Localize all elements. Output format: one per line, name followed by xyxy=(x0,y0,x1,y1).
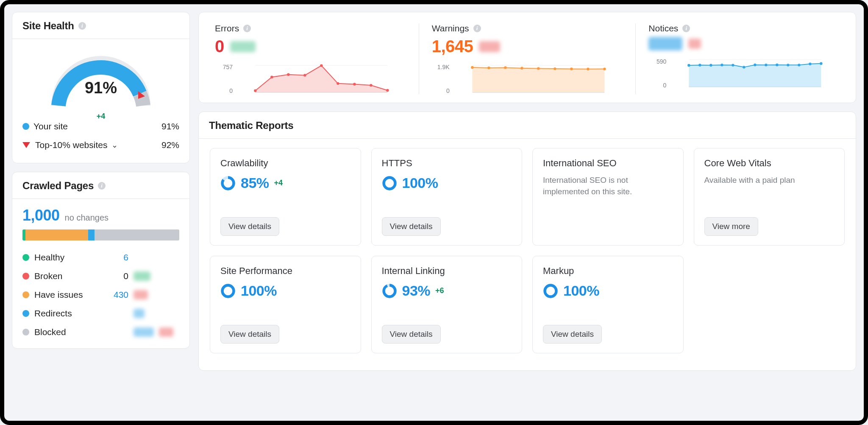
view-details-button[interactable]: View details xyxy=(382,325,441,344)
svg-point-16 xyxy=(504,66,506,69)
svg-point-33 xyxy=(776,64,778,66)
svg-point-7 xyxy=(320,64,323,67)
info-icon[interactable]: i xyxy=(473,25,481,32)
warnings-spark-chart xyxy=(454,64,623,94)
svg-point-17 xyxy=(520,67,523,70)
site-health-value: 91% xyxy=(46,79,156,97)
donut-icon xyxy=(543,283,558,299)
list-item[interactable]: Have issues 430 xyxy=(22,285,179,304)
notices-spark-chart xyxy=(670,58,840,89)
axis-min: 0 xyxy=(432,87,450,94)
svg-point-28 xyxy=(721,64,723,66)
donut-icon xyxy=(220,283,236,299)
report-title: Internal Linking xyxy=(382,266,512,277)
metric-label-text: Errors xyxy=(215,23,239,34)
axis-max: 757 xyxy=(215,64,233,70)
cp-count: 6 xyxy=(103,252,128,263)
cp-label: Broken xyxy=(34,271,98,281)
redacted-chip xyxy=(230,41,256,52)
report-score: 100% xyxy=(241,282,277,299)
cp-label: Healthy xyxy=(34,252,98,263)
legend-value: 92% xyxy=(161,140,179,150)
list-item[interactable]: Blocked xyxy=(22,323,179,341)
metric-errors[interactable]: Errors i 0 757 0 xyxy=(211,23,419,94)
bar-segment-blocked xyxy=(95,229,179,240)
site-health-card: Site Health i 91% +4 xyxy=(12,12,190,163)
legend-value: 91% xyxy=(161,121,179,131)
report-core-web-vitals: Core Web Vitals Available with a paid pl… xyxy=(694,148,845,246)
svg-point-31 xyxy=(754,64,756,66)
thematic-title: Thematic Reports xyxy=(209,120,294,131)
report-delta: +6 xyxy=(435,286,444,295)
svg-point-43 xyxy=(223,285,234,296)
report-title: Crawlability xyxy=(220,158,351,169)
svg-point-5 xyxy=(287,73,289,76)
svg-point-8 xyxy=(337,82,339,85)
legend-top10[interactable]: Top-10% websites ⌄ 92% xyxy=(22,136,179,154)
report-note: Available with a paid plan xyxy=(704,175,835,186)
axis-min: 0 xyxy=(648,82,666,89)
svg-point-45 xyxy=(384,285,395,296)
legend-label: Top-10% websites xyxy=(35,140,107,150)
cp-label: Redirects xyxy=(34,308,98,319)
svg-point-34 xyxy=(787,64,789,66)
list-item[interactable]: Redirects xyxy=(22,304,179,323)
donut-icon xyxy=(382,283,397,299)
info-icon[interactable]: i xyxy=(243,25,251,32)
crawled-pages-bar xyxy=(22,229,179,240)
svg-point-22 xyxy=(603,67,606,70)
svg-point-3 xyxy=(254,89,256,92)
redacted-chip xyxy=(159,327,173,337)
list-item[interactable]: Broken 0 xyxy=(22,267,179,285)
view-details-button[interactable]: View details xyxy=(220,325,279,344)
svg-point-32 xyxy=(765,64,767,66)
dot-icon xyxy=(22,291,29,298)
info-icon[interactable]: i xyxy=(78,22,86,30)
bar-segment-haveissues xyxy=(25,229,88,240)
svg-point-20 xyxy=(570,67,573,70)
redacted-chip xyxy=(688,39,701,49)
metric-label-text: Notices xyxy=(648,23,678,34)
svg-point-27 xyxy=(709,64,712,67)
bar-segment-healthy xyxy=(22,229,25,240)
svg-point-47 xyxy=(545,285,556,296)
report-title: Markup xyxy=(543,266,673,277)
triangle-down-icon xyxy=(22,142,30,148)
info-icon[interactable]: i xyxy=(682,25,690,32)
svg-point-10 xyxy=(370,84,372,87)
metric-value: 0 xyxy=(215,37,224,56)
crawled-pages-change: no changes xyxy=(65,213,108,223)
report-delta: +4 xyxy=(274,179,283,187)
metric-warnings[interactable]: Warnings i 1,645 1.9K 0 xyxy=(419,23,636,94)
report-title: International SEO xyxy=(543,158,673,169)
site-health-gauge: 91% +4 xyxy=(46,48,156,112)
report-international-seo: International SEO International SEO is n… xyxy=(532,148,684,246)
view-more-button[interactable]: View more xyxy=(704,217,758,236)
report-title: Site Performance xyxy=(220,266,351,277)
chevron-down-icon[interactable]: ⌄ xyxy=(111,140,118,150)
redacted-chip xyxy=(479,41,500,52)
svg-point-25 xyxy=(687,64,690,67)
dot-icon xyxy=(22,123,29,130)
info-icon[interactable]: i xyxy=(98,182,106,190)
svg-point-35 xyxy=(798,64,800,66)
svg-point-9 xyxy=(353,83,356,85)
svg-point-30 xyxy=(743,66,745,68)
axis-max: 1.9K xyxy=(432,64,450,70)
axis-min: 0 xyxy=(215,87,233,94)
view-details-button[interactable]: View details xyxy=(543,325,602,344)
view-details-button[interactable]: View details xyxy=(220,217,279,236)
metric-notices[interactable]: Notices i 590 0 xyxy=(636,23,843,94)
report-score: 85% xyxy=(241,175,269,191)
site-health-delta: +4 xyxy=(46,112,156,121)
svg-point-26 xyxy=(698,64,701,66)
list-item[interactable]: Healthy 6 xyxy=(22,248,179,267)
site-health-title: Site Health xyxy=(22,20,74,32)
cp-count: 430 xyxy=(103,290,128,300)
report-site-performance: Site Performance 100% View details xyxy=(210,256,361,353)
svg-point-29 xyxy=(732,64,734,66)
errors-spark-chart xyxy=(237,64,406,94)
crawled-pages-count: 1,000 xyxy=(22,207,60,224)
view-details-button[interactable]: View details xyxy=(382,217,441,236)
svg-point-11 xyxy=(386,89,389,92)
